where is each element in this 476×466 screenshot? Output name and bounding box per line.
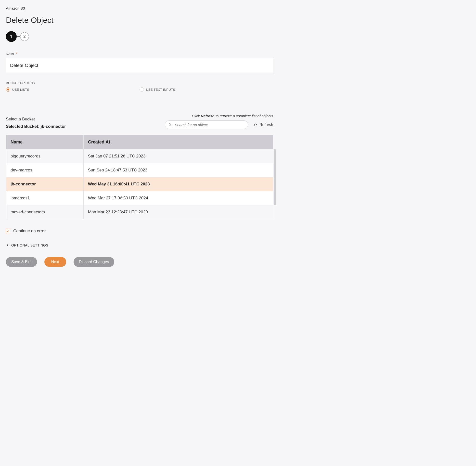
cell-created-at: Wed May 31 16:00:41 UTC 2023 (83, 177, 273, 191)
radio-use-lists-label: USE LISTS (12, 88, 29, 91)
radio-icon (6, 87, 10, 92)
cell-bucket-name: jbmarcos1 (6, 191, 84, 205)
save-exit-button[interactable]: Save & Exit (6, 257, 37, 267)
select-bucket-label: Select a Bucket (6, 117, 66, 122)
refresh-button-label: Refresh (259, 123, 273, 127)
buckets-table: Name Created At bigqueryrecordsSat Jan 0… (6, 135, 273, 219)
search-icon (168, 123, 172, 127)
cell-bucket-name: dev-marcos (6, 163, 84, 177)
selected-bucket-label: Selected Bucket: jb-connector (6, 124, 66, 129)
cell-created-at: Mon Mar 23 12:23:47 UTC 2020 (83, 205, 273, 219)
col-header-name[interactable]: Name (6, 135, 84, 149)
continue-on-error-checkbox[interactable] (6, 229, 10, 233)
cell-bucket-name: moved-connectors (6, 205, 84, 219)
optional-settings-label: OPTIONAL SETTINGS (11, 243, 48, 247)
cell-created-at: Wed Mar 27 17:06:50 UTC 2024 (83, 191, 273, 205)
name-input[interactable] (6, 58, 273, 73)
step-1[interactable]: 1 (6, 31, 17, 42)
table-row[interactable]: bigqueryrecordsSat Jan 07 21:51:26 UTC 2… (6, 149, 273, 163)
table-row[interactable]: dev-marcosSun Sep 24 18:47:53 UTC 2023 (6, 163, 273, 177)
table-row[interactable]: jbmarcos1Wed Mar 27 17:06:50 UTC 2024 (6, 191, 273, 205)
next-button[interactable]: Next (44, 257, 66, 267)
cell-created-at: Sun Sep 24 18:47:53 UTC 2023 (83, 163, 273, 177)
check-icon (7, 230, 10, 233)
cell-created-at: Sat Jan 07 21:51:26 UTC 2023 (83, 149, 273, 163)
page-title: Delete Object (6, 16, 273, 25)
table-row[interactable]: jb-connectorWed May 31 16:00:41 UTC 2023 (6, 177, 273, 191)
search-input[interactable] (165, 120, 248, 129)
cell-bucket-name: bigqueryrecords (6, 149, 84, 163)
radio-icon (140, 87, 144, 92)
bucket-options-label: BUCKET OPTIONS (6, 81, 273, 85)
refresh-button[interactable]: Refresh (254, 123, 273, 127)
col-header-created-at[interactable]: Created At (83, 135, 273, 149)
optional-settings-toggle[interactable]: OPTIONAL SETTINGS (6, 243, 273, 247)
chevron-right-icon (6, 244, 9, 247)
cell-bucket-name: jb-connector (6, 177, 84, 191)
radio-use-text-inputs-label: USE TEXT INPUTS (146, 88, 175, 91)
continue-on-error-label: Continue on error (13, 229, 46, 233)
radio-use-lists[interactable]: USE LISTS (6, 87, 29, 92)
table-row[interactable]: moved-connectorsMon Mar 23 12:23:47 UTC … (6, 205, 273, 219)
stepper: 1 2 (6, 31, 273, 42)
breadcrumb-amazon-s3[interactable]: Amazon S3 (6, 6, 25, 10)
refresh-hint: Click Refresh to retrieve a complete lis… (192, 114, 273, 118)
discard-changes-button[interactable]: Discard Changes (74, 257, 115, 267)
step-divider (17, 36, 20, 37)
refresh-icon (254, 123, 257, 127)
radio-use-text-inputs[interactable]: USE TEXT INPUTS (140, 87, 175, 92)
scrollbar[interactable] (274, 149, 276, 205)
step-2[interactable]: 2 (20, 32, 29, 41)
name-field-label: NAME* (6, 52, 273, 56)
